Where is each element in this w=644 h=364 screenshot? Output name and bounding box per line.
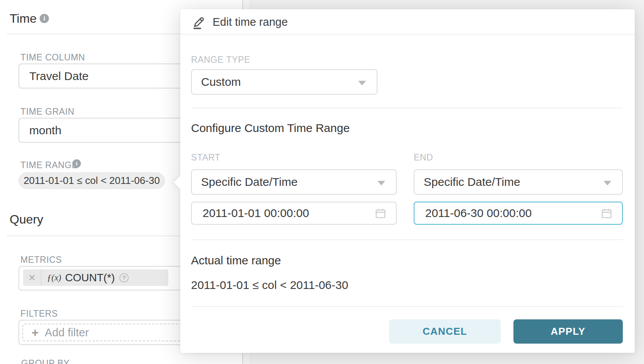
plus-icon: + bbox=[32, 327, 39, 339]
time-grain-value: month bbox=[29, 124, 61, 137]
range-type-select[interactable]: Custom bbox=[191, 69, 377, 95]
close-icon[interactable]: ✕ bbox=[23, 272, 41, 283]
edit-pencil-icon bbox=[191, 14, 207, 30]
actual-range-value: 2011-01-01 ≤ col < 2011-06-30 bbox=[191, 279, 348, 292]
query-section-title: Query bbox=[10, 212, 43, 227]
metric-chip[interactable]: ✕ ƒ(x) COUNT(*) ? bbox=[23, 269, 168, 286]
divider bbox=[191, 239, 623, 240]
popover-title: Edit time range bbox=[213, 9, 288, 35]
time-range-pill[interactable]: 2011-01-01 ≤ col < 2011-06-30 bbox=[18, 172, 165, 189]
chevron-down-icon bbox=[377, 181, 385, 185]
popover-header: Edit time range bbox=[180, 9, 635, 35]
divider bbox=[191, 306, 623, 307]
chevron-down-icon bbox=[358, 81, 366, 85]
start-datetime-value: 2011-01-01 00:00:00 bbox=[203, 207, 309, 219]
calendar-icon[interactable] bbox=[600, 207, 613, 220]
help-icon[interactable]: ? bbox=[119, 273, 129, 282]
calendar-icon[interactable] bbox=[374, 207, 387, 220]
add-filter-label: Add filter bbox=[45, 326, 89, 339]
end-datetime-value: 2011-06-30 00:00:00 bbox=[425, 207, 532, 219]
explore-page: Time i TIME COLUMN Travel Date TIME GRAI… bbox=[0, 0, 644, 364]
time-column-value: Travel Date bbox=[29, 70, 89, 82]
end-label: END bbox=[414, 152, 433, 163]
chip-divider bbox=[41, 269, 42, 286]
start-datetime-input[interactable]: 2011-01-01 00:00:00 bbox=[191, 202, 397, 225]
range-type-value: Custom bbox=[201, 75, 241, 88]
filters-label: FILTERS bbox=[20, 309, 58, 319]
time-section-title: Time bbox=[10, 12, 37, 26]
edit-time-range-popover: Edit time range RANGE TYPE Custom Config… bbox=[180, 9, 635, 353]
range-type-label: RANGE TYPE bbox=[191, 55, 250, 65]
end-mode-select[interactable]: Specific Date/Time bbox=[414, 169, 623, 195]
time-range-label: TIME RANGE bbox=[20, 160, 78, 170]
divider bbox=[191, 108, 623, 109]
cancel-button[interactable]: CANCEL bbox=[389, 319, 501, 344]
function-icon: ƒ(x) bbox=[47, 273, 61, 283]
chevron-down-icon bbox=[604, 181, 611, 185]
start-mode-select[interactable]: Specific Date/Time bbox=[191, 169, 397, 195]
start-label: START bbox=[191, 152, 220, 163]
start-mode-value: Specific Date/Time bbox=[201, 175, 298, 188]
metrics-label: METRICS bbox=[20, 255, 62, 265]
time-column-label: TIME COLUMN bbox=[20, 52, 85, 63]
time-grain-label: TIME GRAIN bbox=[20, 107, 74, 117]
actual-range-heading: Actual time range bbox=[191, 254, 281, 267]
end-mode-value: Specific Date/Time bbox=[424, 175, 520, 188]
configure-heading: Configure Custom Time Range bbox=[191, 122, 350, 135]
info-icon[interactable]: i bbox=[40, 14, 49, 23]
end-datetime-input[interactable]: 2011-06-30 00:00:00 bbox=[414, 202, 623, 225]
group-by-label: GROUP BY bbox=[21, 358, 70, 364]
info-icon[interactable]: i bbox=[72, 159, 81, 168]
metric-name: COUNT(*) bbox=[65, 272, 115, 284]
apply-button[interactable]: APPLY bbox=[513, 319, 623, 344]
